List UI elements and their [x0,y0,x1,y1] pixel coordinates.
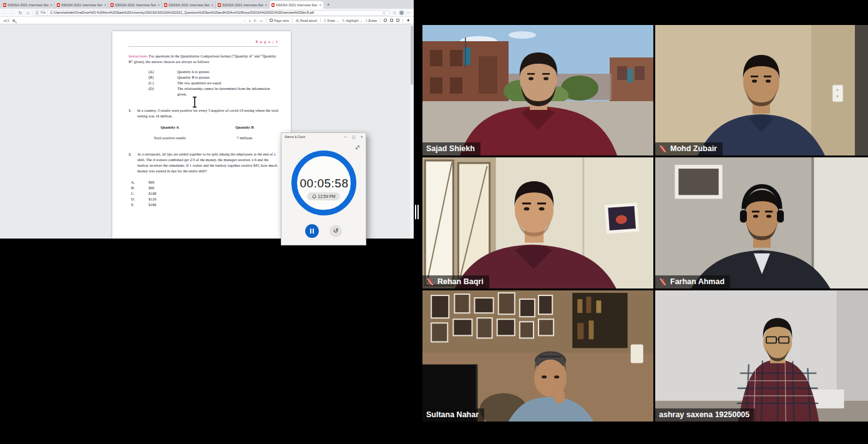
pdf-question-2: 2. At a restaurant, all tips are added t… [129,152,278,174]
zoom-in-button[interactable]: + [249,19,251,22]
video-tile-farhan-ahmad[interactable]: Farhan Ahmad [655,157,868,289]
browser-toolbar: ← → ↻ ⌂ File C:/Users/sshiekh/OneDrive%2… [0,9,414,17]
pdf-favicon [3,3,6,7]
chevron-down-icon: ⌄ [336,19,339,22]
tab-title: SSGSA 2021 Interview Set-7.pdf [222,3,263,7]
tab-title: SSGSA 2021 Interview Set-6.pdf [168,3,210,7]
tab-close-icon[interactable]: × [265,3,267,7]
pdf-question-1: 1. In a country, 3 results were positive… [129,108,278,119]
expand-icon[interactable] [355,145,360,150]
muted-mic-icon [426,278,434,286]
profile-avatar[interactable] [399,11,404,15]
video-tile-sultana-nahar[interactable]: Sultana Nahar [422,290,653,422]
search-icon[interactable] [12,19,15,22]
clock-window: Alarms & Clock — ▢ × 00:05:58 12:59 PM ↺ [281,132,366,245]
new-tab-button[interactable]: + [325,2,331,8]
highlight-icon: ✎ [342,19,344,22]
forward-button[interactable]: → [10,11,16,15]
participant-video [655,290,868,422]
fit-page-button[interactable]: ▭ [260,19,263,22]
participant-name: Sultana Nahar [426,410,479,419]
draw-button[interactable]: ▽ Draw ⌄ [324,19,339,22]
scrollbar-thumb[interactable] [411,26,413,85]
tab-set-3[interactable]: SSGSA 2021 Interview Set-3.pdf × [1,1,55,9]
tab-set-7[interactable]: SSGSA 2021 Interview Set-7.pdf × [216,1,270,9]
favorites-bar-icon[interactable]: ☆ [392,11,397,15]
close-button[interactable]: × [358,135,366,139]
participant-name: ashray saxena 19250005 [659,410,749,419]
muted-mic-icon [659,278,667,286]
pdf-toolbar: of 2 − + ↻ ▭ Page view A) Read aloud ▽ D… [0,17,414,24]
next-alarm-pill: 12:59 PM [307,192,341,200]
read-aloud-button[interactable]: A) Read aloud [296,19,317,22]
pdf-favicon [110,3,114,7]
tab-set-8-active[interactable]: SSGSA 2021 Interview Set-8.pdf × [270,1,323,9]
maximize-button[interactable]: ▢ [349,135,358,139]
video-gallery: Sajad Shiekh [422,25,868,422]
participant-nameplate: Rehan Baqri [422,275,489,289]
read-aloud-icon: A) [296,19,299,22]
text-cursor [191,96,198,108]
participant-name: Farhan Ahmad [670,277,724,286]
browser-menu-icon[interactable]: ⋯ [406,11,411,15]
page-count-label: of 2 [4,19,9,22]
page-view-icon [270,19,273,22]
pdf-answer-key: (A)Quantity A is greater. (B)Quantity B … [149,69,278,97]
tab-close-icon[interactable]: × [50,3,52,7]
pen-tool-icon[interactable]: ✦ [406,18,410,23]
home-button[interactable]: ⌂ [25,11,31,15]
more-tools-icon[interactable] [396,19,399,22]
participant-video [422,290,653,422]
tab-close-icon[interactable]: × [104,3,106,7]
page-view-button[interactable]: Page view [270,19,289,22]
rotate-button[interactable]: ↻ [254,19,256,22]
pdf-page-number: P a g e | 1 [129,39,278,44]
draw-icon: ▽ [324,19,326,22]
video-tile-ashray-saxena[interactable]: ashray saxena 19250005 [655,290,868,422]
address-bar[interactable]: File C:/Users/sshiekh/OneDrive%20-%20Ken… [32,10,390,16]
pdf-favicon [271,3,275,7]
participant-video [655,157,868,289]
tab-title: SSGSA 2021 Interview Set-3.pdf [7,3,49,7]
participant-name: Sajad Shiekh [426,144,475,153]
tab-title: SSGSA 2021 Interview Set-5.pdf [115,3,156,7]
layout-divider-handle[interactable] [414,204,419,220]
participant-nameplate: ashray saxena 19250005 [655,408,755,422]
tab-title: SSGSA 2021 Interview Set-8.pdf [276,3,318,7]
reset-timer-button[interactable]: ↺ [329,225,342,237]
participant-name: Mohd Zubair [670,144,717,153]
file-scheme-label: File [41,11,48,14]
participant-name: Rehan Baqri [437,277,484,286]
tab-title: SSGSA 2021 Interview Set-4.pdf [61,3,102,7]
participant-video [655,25,868,155]
participant-nameplate: Mohd Zubair [655,142,723,155]
tab-close-icon[interactable]: × [211,3,213,7]
video-tile-sajad-shiekh[interactable]: Sajad Shiekh [422,25,653,155]
minimize-button[interactable]: — [341,135,349,139]
video-tile-rehan-baqri[interactable]: Rehan Baqri [422,157,653,289]
tab-strip: SSGSA 2021 Interview Set-3.pdf × SSGSA 2… [0,0,414,9]
pdf-question-2-options: A.$90 B.$96 C.$108 D.$120 E.$180 [131,180,278,208]
participant-video [422,25,653,155]
tab-close-icon[interactable]: × [319,3,321,7]
back-button[interactable]: ← [2,11,8,15]
video-tile-mohd-zubair[interactable]: Mohd Zubair [655,25,868,155]
print-icon[interactable] [384,19,387,22]
timer-display: 00:05:58 [281,177,367,190]
erase-button[interactable]: ◊ Erase [366,19,377,22]
clock-titlebar[interactable]: Alarms & Clock — ▢ × [281,133,366,141]
save-icon[interactable] [390,19,393,22]
participant-video [422,157,653,289]
refresh-button[interactable]: ↻ [17,11,23,15]
zoom-out-button[interactable]: − [244,19,246,22]
scrollbar[interactable] [410,24,413,239]
tab-close-icon[interactable]: × [157,3,160,7]
pdf-favicon [218,3,221,7]
participant-nameplate: Sajad Shiekh [422,142,480,155]
tab-set-4[interactable]: SSGSA 2021 Interview Set-4.pdf × [55,1,109,9]
favorites-icon[interactable]: ☆ [381,11,387,15]
pause-timer-button[interactable] [305,224,319,238]
highlight-button[interactable]: ✎ Highlight ⌄ [342,19,363,22]
tab-set-5[interactable]: SSGSA 2021 Interview Set-5.pdf × [109,1,162,9]
tab-set-6[interactable]: SSGSA 2021 Interview Set-6.pdf × [162,1,216,9]
